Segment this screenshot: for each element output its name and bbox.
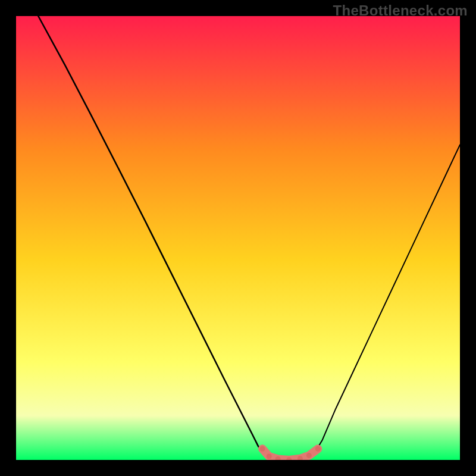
plot-area (16, 16, 460, 460)
dip-marker (315, 446, 321, 452)
bottleneck-chart (16, 16, 460, 460)
dip-marker (267, 454, 272, 459)
watermark-text: TheBottleneck.com (333, 2, 468, 19)
dip-marker (260, 446, 265, 452)
gradient-background (16, 16, 460, 460)
chart-frame: TheBottleneck.com (0, 0, 476, 476)
dip-marker (306, 453, 312, 458)
